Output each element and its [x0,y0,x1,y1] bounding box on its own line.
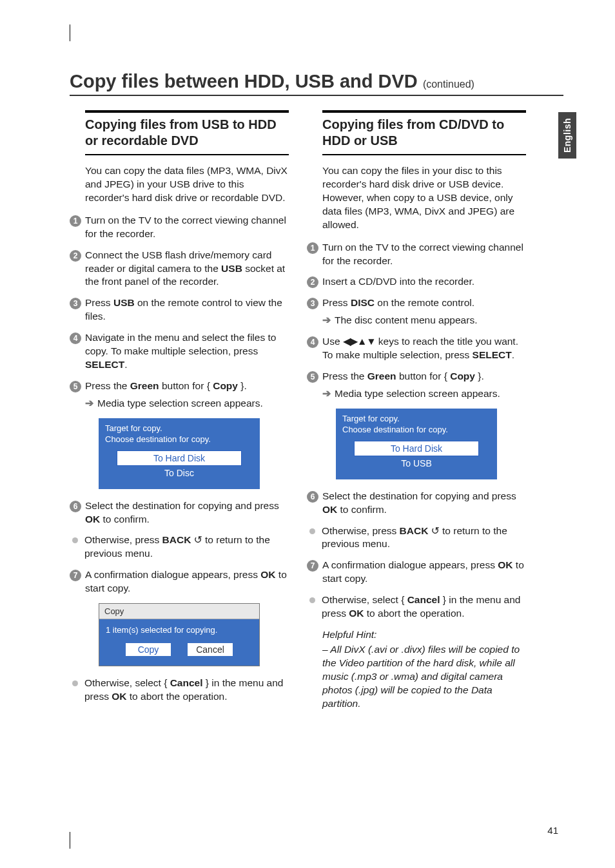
step-3: 3Press USB on the remote control to view… [70,296,289,323]
dialog-caption: Target for copy.Choose destination for c… [105,423,253,445]
step-1: 1Turn on the TV to the correct viewing c… [307,241,526,268]
target-dialog: Target for copy.Choose destination for c… [99,418,260,489]
crop-mark [70,24,70,41]
step-1: 1Turn on the TV to the correct viewing c… [70,214,289,241]
copy-confirm-dialog: Copy 1 item(s) selected for copying. Cop… [99,603,260,666]
title-rule [70,95,563,96]
target-dialog: Target for copy.Choose destination for c… [336,409,497,479]
left-column: Copying files from USB to HDD or recorda… [70,110,289,720]
bullet-icon [309,528,315,534]
step-number-icon: 2 [307,276,318,288]
dialog-message: 1 item(s) selected for copying. [106,625,253,635]
step-number-icon: 6 [307,491,318,503]
step-text: Insert a CD/DVD into the recorder. [322,275,526,289]
step-number-icon: 5 [70,381,81,392]
cancel-button: Cancel [187,642,233,657]
language-label: English [562,118,572,153]
copy-button: Copy [125,642,171,657]
section-rule [85,110,289,113]
step-text: Press DISC on the remote control. [322,296,526,310]
step-number-icon: 4 [70,333,81,344]
arrow-icon: ➔ [322,314,331,327]
result-text: ➔The disc content menu appears. [307,314,526,327]
step-7: 7A confirmation dialogue appears, press … [70,568,289,595]
step-4: 4Use ◀▶▲▼ keys to reach the title you wa… [307,335,526,362]
step-number-icon: 7 [70,570,81,581]
section-heading-cddvd: Copying files from CD/DVD to HDD or USB [322,117,526,149]
step-text: Press the Green button for { Copy }. [85,380,289,393]
section-rule [322,110,526,113]
page-title: Copy files between HDD, USB and DVD (con… [70,71,563,92]
crop-mark [70,832,70,849]
step-text: Select the destination for copying and p… [322,490,526,517]
step-5: 5Press the Green button for { Copy }. [70,380,289,393]
bullet-item: Otherwise, press BACK ↻ to return to the… [307,525,526,552]
bullet-text: Otherwise, press BACK ↻ to return to the… [322,525,526,552]
step-number-icon: 4 [307,336,318,348]
step-7: 7A confirmation dialogue appears, press … [307,559,526,586]
bullet-text: Otherwise, select { Cancel } in the menu… [322,593,526,621]
helpful-hint-heading: Helpful Hint: [322,628,526,642]
page-number: 41 [547,825,558,836]
step-6: 6Select the destination for copying and … [307,490,526,517]
arrow-icon: ➔ [322,387,331,401]
step-text: Select the destination for copying and p… [85,499,289,526]
dialog-caption: Target for copy.Choose destination for c… [342,414,491,436]
step-text: A confirmation dialogue appears, press O… [85,568,289,595]
step-number-icon: 3 [307,298,318,309]
page-title-continued: (continued) [423,79,474,90]
section-heading-usb: Copying files from USB to HDD or recorda… [85,117,289,149]
option-to-hard-disk: To Hard Disk [354,441,479,456]
nav-keys-icon: ◀▶▲▼ [343,336,376,347]
option-to-usb: To USB [354,456,479,470]
back-icon: ↻ [194,534,202,547]
bullet-icon [72,537,78,543]
step-number-icon: 7 [307,560,318,572]
intro-text: You can copy the data files (MP3, WMA, D… [85,164,289,205]
right-column: Copying files from CD/DVD to HDD or USB … [307,110,526,720]
step-text: Press the Green button for { Copy }. [322,370,526,383]
step-text: Use ◀▶▲▼ keys to reach the title you wan… [322,335,526,362]
bullet-text: Otherwise, press BACK ↻ to return to the… [84,534,289,561]
section-rule [85,154,289,155]
bullet-item: Otherwise, select { Cancel } in the menu… [70,677,289,704]
bullet-text: Otherwise, select { Cancel } in the menu… [84,677,289,704]
step-number-icon: 1 [307,242,318,254]
bullet-icon [72,680,78,686]
step-text: Navigate in the menu and select the file… [85,331,289,372]
back-icon: ↻ [431,525,440,538]
option-to-disc: To Disc [117,466,242,480]
step-6: 6Select the destination for copying and … [70,499,289,526]
step-2: 2Insert a CD/DVD into the recorder. [307,275,526,289]
arrow-icon: ➔ [85,397,93,410]
step-text: A confirmation dialogue appears, press O… [322,559,526,586]
step-2: 2Connect the USB flash drive/memory card… [70,249,289,289]
intro-text: You can copy the files in your disc to t… [322,164,526,232]
step-number-icon: 2 [70,250,81,262]
step-4: 4Navigate in the menu and select the fil… [70,331,289,372]
option-to-hard-disk: To Hard Disk [117,450,242,466]
step-number-icon: 1 [70,215,81,227]
step-5: 5Press the Green button for { Copy }. [307,370,526,383]
bullet-item: Otherwise, press BACK ↻ to return to the… [70,534,289,561]
helpful-hint-body: – All DivX (.avi or .divx) files will be… [322,643,526,711]
page-title-main: Copy files between HDD, USB and DVD [70,71,418,92]
result-text: ➔Media type selection screen appears. [70,397,289,410]
step-text: Press USB on the remote control to view … [85,296,289,323]
step-3: 3Press DISC on the remote control. [307,296,526,310]
bullet-item: Otherwise, select { Cancel } in the menu… [307,593,526,621]
bullet-icon [309,597,315,603]
result-text: ➔Media type selection screen appears. [307,387,526,401]
step-number-icon: 3 [70,298,81,309]
step-number-icon: 6 [70,501,81,512]
language-tab: English [558,112,576,159]
step-text: Turn on the TV to the correct viewing ch… [322,241,526,268]
section-rule [322,154,526,155]
step-text: Turn on the TV to the correct viewing ch… [85,214,289,241]
step-number-icon: 5 [307,371,318,383]
dialog-title: Copy [99,604,259,619]
step-text: Connect the USB flash drive/memory card … [85,249,289,289]
